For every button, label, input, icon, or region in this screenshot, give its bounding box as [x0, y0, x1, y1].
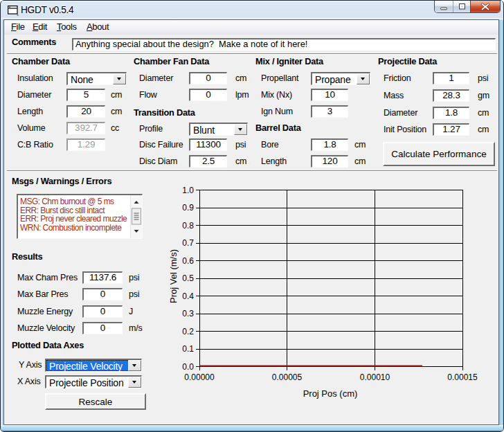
svg-text:0.0: 0.0	[182, 362, 194, 372]
svg-text:1.0: 1.0	[182, 186, 194, 195]
svg-text:0.5: 0.5	[182, 273, 194, 283]
svg-text:0.6: 0.6	[182, 256, 194, 266]
svg-text:Proj Vel (m/s): Proj Vel (m/s)	[168, 249, 179, 303]
svg-text:0.2: 0.2	[182, 327, 194, 336]
svg-text:0.8: 0.8	[182, 221, 194, 231]
svg-text:Proj Pos (cm): Proj Pos (cm)	[303, 388, 358, 399]
svg-text:0.00005: 0.00005	[272, 372, 303, 382]
svg-text:0.00000: 0.00000	[184, 372, 215, 382]
svg-text:0.4: 0.4	[182, 291, 194, 301]
svg-text:0.1: 0.1	[182, 344, 194, 354]
svg-text:0.9: 0.9	[182, 203, 194, 213]
svg-text:0.00010: 0.00010	[360, 372, 390, 382]
svg-text:0.00015: 0.00015	[447, 372, 478, 382]
svg-text:0.3: 0.3	[182, 309, 194, 318]
svg-text:0.7: 0.7	[182, 238, 194, 248]
